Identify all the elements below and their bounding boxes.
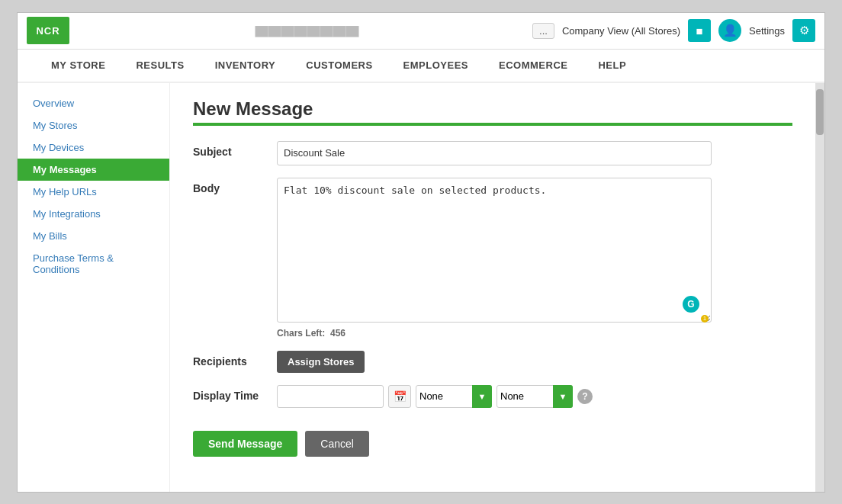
nav-bar: MY STORE RESULTS INVENTORY CUSTOMERS EMP… — [18, 50, 824, 83]
body-wrapper: Flat 10% discount sale on selected produ… — [277, 178, 712, 325]
sidebar-item-purchase-terms[interactable]: Purchase Terms & Conditions — [18, 247, 169, 281]
help-icon[interactable]: ? — [577, 389, 593, 404]
body-label: Body — [193, 178, 277, 194]
sidebar-item-overview[interactable]: Overview — [18, 92, 169, 114]
date-input[interactable] — [277, 385, 384, 408]
assign-stores-button[interactable]: Assign Stores — [277, 351, 365, 373]
subject-input[interactable] — [277, 141, 712, 165]
scroll-thumb[interactable] — [816, 89, 824, 135]
nav-employees[interactable]: EMPLOYEES — [400, 50, 471, 82]
body-textarea[interactable]: Flat 10% discount sale on selected produ… — [277, 178, 712, 323]
sidebar-item-my-help-urls[interactable]: My Help URLs — [18, 181, 169, 203]
nav-customers[interactable]: CUSTOMERS — [303, 50, 375, 82]
calendar-icon[interactable]: 📅 — [388, 385, 411, 408]
dropdown2-wrapper: None ▼ — [497, 385, 573, 408]
chars-left: Chars Left: 456 — [277, 328, 792, 339]
main-content: New Message Subject Body — [170, 83, 815, 492]
sidebar-item-my-devices[interactable]: My Devices — [18, 136, 169, 159]
store-icon-box[interactable]: ■ — [688, 19, 711, 42]
body-row: Body Flat 10% discount sale on selected … — [193, 178, 792, 339]
nav-my-store[interactable]: MY STORE — [48, 50, 108, 82]
settings-label: Settings — [749, 25, 785, 37]
user-avatar[interactable]: 👤 — [718, 19, 741, 42]
subject-label: Subject — [193, 141, 277, 158]
company-view-label: Company View (All Stores) — [562, 25, 680, 37]
time-dropdown-2[interactable]: None — [497, 385, 573, 408]
top-bar-title: ████████████████ — [82, 25, 532, 37]
sidebar-item-my-integrations[interactable]: My Integrations — [18, 203, 169, 225]
subject-row: Subject — [193, 141, 792, 165]
ncr-logo: NCR — [27, 17, 69, 44]
dropdown1-wrapper: None ▼ — [416, 385, 492, 408]
display-time-controls: 📅 None ▼ None — [277, 385, 792, 408]
settings-gear-icon[interactable]: ⚙ — [792, 19, 815, 42]
page-title: New Message — [193, 98, 792, 120]
green-divider — [193, 123, 792, 126]
display-time-field: 📅 None ▼ None — [277, 385, 792, 408]
nav-help[interactable]: HELP — [595, 50, 629, 82]
sidebar-item-my-bills[interactable]: My Bills — [18, 225, 169, 247]
body-field: Flat 10% discount sale on selected produ… — [277, 178, 792, 339]
send-message-button[interactable]: Send Message — [193, 431, 297, 457]
grammarly-icon: G — [683, 296, 699, 313]
nav-ecommerce[interactable]: ECOMMERCE — [496, 50, 570, 82]
bottom-buttons: Send Message Cancel — [193, 431, 792, 457]
scroll-track[interactable] — [815, 83, 824, 492]
display-time-row: Display Time 📅 None ▼ — [193, 385, 792, 408]
sidebar: Overview My Stores My Devices My Message… — [18, 83, 170, 492]
ncr-logo-text: NCR — [36, 25, 59, 37]
chars-left-label: Chars Left: — [277, 328, 325, 339]
nav-inventory[interactable]: INVENTORY — [212, 50, 279, 82]
nav-results[interactable]: RESULTS — [133, 50, 187, 82]
time-dropdown-1[interactable]: None — [416, 385, 492, 408]
grammarly-badge: 1 — [701, 315, 709, 323]
blurred-title: ████████████████ — [255, 26, 359, 37]
display-time-label: Display Time — [193, 385, 277, 402]
ellipsis-button[interactable]: ... — [532, 23, 554, 39]
chars-left-value: 456 — [330, 328, 345, 339]
cancel-button[interactable]: Cancel — [305, 431, 369, 457]
subject-field — [277, 141, 792, 165]
recipients-row: Recipients Assign Stores — [193, 351, 792, 373]
sidebar-item-my-messages[interactable]: My Messages — [18, 159, 169, 181]
sidebar-item-my-stores[interactable]: My Stores — [18, 114, 169, 136]
recipients-field: Assign Stores — [277, 351, 792, 373]
recipients-label: Recipients — [193, 351, 277, 368]
